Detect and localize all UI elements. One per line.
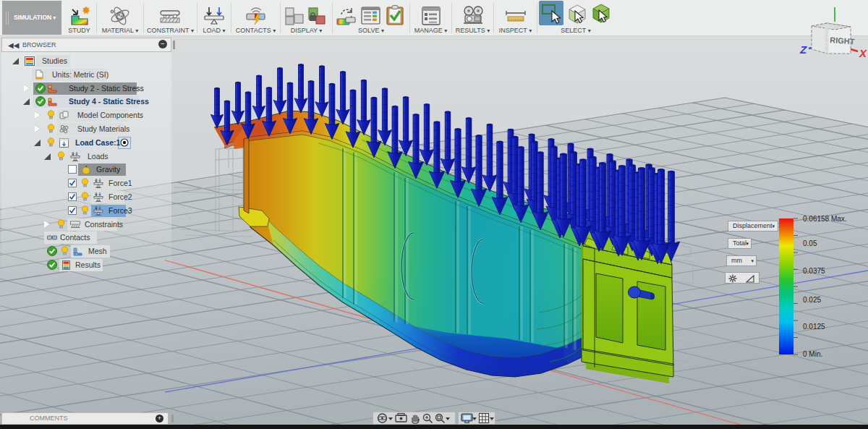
svg-text:RIGHT: RIGHT	[830, 35, 855, 46]
svg-text:X: X	[859, 47, 867, 58]
svg-text:Z: Z	[799, 43, 807, 56]
